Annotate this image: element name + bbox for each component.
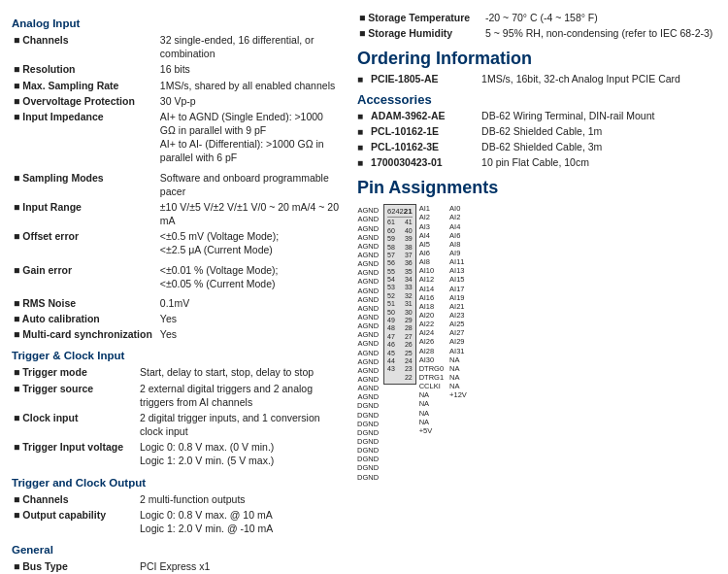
pin-right-col1: AI1AI2AI3AI4AI5 AI6AI8AI10AI12AI14 AI16A… [419, 204, 444, 435]
spec-value: 1MS/s, shared by all enabled channels [158, 78, 342, 93]
bullet-icon: ■ [357, 110, 363, 123]
ordering-item: ■ PCIE-1805-AE 1MS/s, 16bit, 32-ch Analo… [357, 73, 716, 86]
spec-value: Software and onboard programmable pacer [158, 170, 342, 199]
table-row: ■ Multi-card synchronization Yes [12, 326, 342, 342]
pin-assignments-section: Pin Assignments AGNDAGNDAGNDAGNDAGND AGN… [357, 178, 716, 481]
main-content: Analog Input ■ Channels 32 single-ended,… [0, 0, 728, 574]
accessory-code: PCL-10162-1E [371, 125, 478, 137]
table-row: ■ Clock input 2 digital trigger inputs, … [12, 410, 342, 439]
ordering-title: Ordering Information [357, 49, 716, 69]
accessory-item: ■ PCL-10162-3E DB-62 Shielded Cable, 3m [357, 141, 716, 154]
trigger-clock-output-title: Trigger and Clock Output [12, 477, 342, 489]
table-row: ■ Storage Temperature -20 ~ 70° C (-4 ~ … [357, 10, 716, 25]
spec-value: 2 external digital triggers and 2 analog… [138, 381, 342, 410]
accessory-item: ■ PCL-10162-1E DB-62 Shielded Cable, 1m [357, 125, 716, 139]
spec-label: ■ Max. Sampling Rate [12, 78, 158, 93]
accessory-desc: DB-62 Shielded Cable, 1m [481, 125, 602, 137]
trigger-clock-output-table: ■ Channels 2 multi-function outputs ■ Ou… [12, 491, 342, 537]
spec-value: ±10 V/±5 V/±2 V/±1 V/0 ~ 20 mA/4 ~ 20 mA [158, 199, 342, 228]
product-code: PCIE-1805-AE [371, 73, 478, 84]
table-row: ■ Sampling Modes Software and onboard pr… [12, 170, 342, 199]
trigger-clock-input-table: ■ Trigger mode Start, delay to start, st… [12, 364, 342, 468]
table-row: ■ Input Impedance AI+ to AGND (Single En… [12, 109, 342, 166]
storage-section: ■ Storage Temperature -20 ~ 70° C (-4 ~ … [357, 10, 716, 41]
spec-label: ■ Input Range [12, 199, 158, 228]
spec-value: 16 bits [158, 61, 342, 77]
table-row: ■ Overvoltage Protection 30 Vp-p [12, 93, 342, 109]
table-row: ■ Trigger Input voltage Logic 0: 0.8 V m… [12, 439, 342, 468]
spec-value: AI+ to AGND (Single Ended): >1000 GΩ in … [158, 109, 342, 166]
spec-label: ■ Trigger mode [12, 364, 138, 380]
bullet-icon: ■ [357, 73, 363, 86]
spec-label: ■ Multi-card synchronization [12, 326, 158, 342]
accessories-title: Accessories [357, 92, 716, 107]
spec-label: ■ Bus Type [12, 558, 138, 574]
spec-label: ■ Auto calibration [12, 311, 158, 326]
table-row: ■ Resolution 16 bits [12, 61, 342, 77]
pin-connector-box: 624221 6141 6040 5939 5838 5737 5636 553… [383, 204, 416, 385]
spec-label: ■ Storage Humidity [357, 25, 483, 41]
spec-label: ■ Trigger Input voltage [12, 439, 138, 468]
spec-value: 32 single-ended, 16 differential, or com… [158, 32, 342, 61]
trigger-clock-input-title: Trigger & Clock Input [12, 350, 342, 361]
accessory-item: ■ ADAM-3962-AE DB-62 Wiring Terminal, DI… [357, 110, 716, 123]
spec-value: Yes [158, 326, 342, 342]
spec-label: ■ Channels [12, 491, 138, 507]
spec-value: 30 Vp-p [158, 93, 342, 109]
table-row: ■ Offset error <±0.5 mV (Voltage Mode);<… [12, 228, 342, 257]
storage-table: ■ Storage Temperature -20 ~ 70° C (-4 ~ … [357, 10, 716, 41]
table-row: ■ Trigger mode Start, delay to start, st… [12, 364, 342, 380]
spec-value: <±0.01 % (Voltage Mode);<±0.05 % (Curren… [158, 262, 342, 291]
general-table: ■ Bus Type PCI Express x1 ■ I/O Connecto… [12, 558, 342, 574]
table-row: ■ Channels 2 multi-function outputs [12, 491, 342, 507]
right-column: ■ Storage Temperature -20 ~ 70° C (-4 ~ … [357, 10, 716, 574]
spec-label: ■ RMS Noise [12, 295, 158, 311]
spec-value: 2 multi-function outputs [138, 491, 342, 507]
spec-value: -20 ~ 70° C (-4 ~ 158° F) [483, 10, 716, 25]
table-row: ■ Channels 32 single-ended, 16 different… [12, 32, 342, 61]
spec-label: ■ Sampling Modes [12, 170, 158, 199]
accessory-code: PCL-10162-3E [371, 141, 478, 152]
left-column: Analog Input ■ Channels 32 single-ended,… [12, 10, 342, 574]
pin-left-labels: AGNDAGNDAGNDAGNDAGND AGNDAGNDAGNDAGNDAGN… [357, 204, 381, 481]
spec-label: ■ Resolution [12, 61, 158, 77]
pin-right-labels: AI1AI2AI3AI4AI5 AI6AI8AI10AI12AI14 AI16A… [419, 204, 467, 435]
pin-diagram: AGNDAGNDAGNDAGNDAGND AGNDAGNDAGNDAGNDAGN… [357, 204, 716, 481]
table-row: ■ Max. Sampling Rate 1MS/s, shared by al… [12, 78, 342, 93]
pin-right-col2: AI0AI2AI4AI6AI8 AI9AI11AI13AI15AI17 AI19… [449, 204, 467, 435]
table-row: ■ RMS Noise 0.1mV [12, 295, 342, 311]
table-row: ■ Output capability Logic 0: 0.8 V max. … [12, 507, 342, 536]
spec-value: 5 ~ 95% RH, non-condensing (refer to IEC… [483, 25, 716, 41]
spec-value: 2 digital trigger inputs, and 1 conversi… [138, 410, 342, 439]
table-row: ■ Gain error <±0.01 % (Voltage Mode);<±0… [12, 262, 342, 291]
spec-value: Yes [158, 311, 342, 326]
bullet-icon: ■ [357, 125, 363, 139]
table-row: ■ Bus Type PCI Express x1 [12, 558, 342, 574]
spec-label: ■ Offset error [12, 228, 158, 257]
pin-rows: 6141 6040 5939 5838 5737 5636 5535 5434 … [387, 219, 413, 382]
accessory-desc: 10 pin Flat Cable, 10cm [481, 156, 589, 168]
ordering-section: Ordering Information ■ PCIE-1805-AE 1MS/… [357, 49, 716, 86]
analog-input-table: ■ Channels 32 single-ended, 16 different… [12, 32, 342, 342]
table-row: ■ Storage Humidity 5 ~ 95% RH, non-conde… [357, 25, 716, 41]
spec-value: <±0.5 mV (Voltage Mode);<±2.5 μA (Curren… [158, 228, 342, 257]
spec-value: Logic 0: 0.8 V max. (0 V min.)Logic 1: 2… [138, 439, 342, 468]
accessory-code: ADAM-3962-AE [371, 110, 478, 121]
accessory-item: ■ 1700030423-01 10 pin Flat Cable, 10cm [357, 156, 716, 170]
spec-label: ■ Storage Temperature [357, 10, 483, 25]
product-desc: 1MS/s, 16bit, 32-ch Analog Input PCIE Ca… [481, 73, 680, 84]
spec-value: Start, delay to start, stop, delay to st… [138, 364, 342, 380]
accessories-section: Accessories ■ ADAM-3962-AE DB-62 Wiring … [357, 92, 716, 170]
accessory-code: 1700030423-01 [371, 156, 478, 168]
bullet-icon: ■ [357, 156, 363, 170]
spec-label: ■ Input Impedance [12, 109, 158, 166]
table-row: ■ Auto calibration Yes [12, 311, 342, 326]
spec-value: 0.1mV [158, 295, 342, 311]
bullet-icon: ■ [357, 141, 363, 154]
table-row: ■ Input Range ±10 V/±5 V/±2 V/±1 V/0 ~ 2… [12, 199, 342, 228]
spec-label: ■ Channels [12, 32, 158, 61]
pin-assignments-title: Pin Assignments [357, 178, 716, 198]
spec-value: PCI Express x1 [138, 558, 342, 574]
accessory-desc: DB-62 Shielded Cable, 3m [481, 141, 602, 152]
spec-label: ■ Output capability [12, 507, 138, 536]
